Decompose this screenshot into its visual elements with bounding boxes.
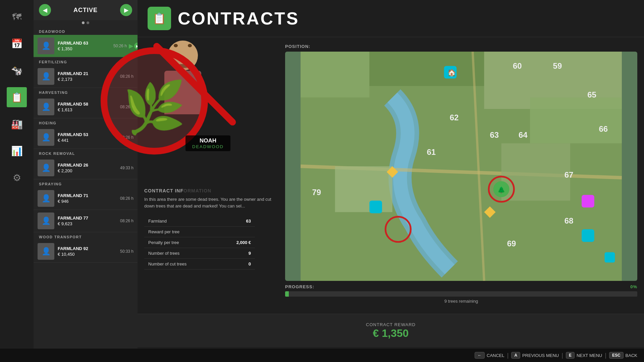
sidebar-item-factory[interactable]: 🏭 — [7, 114, 27, 134]
table-row: Reward per tree — [144, 227, 255, 237]
contract-reward: € 10,450 — [58, 252, 120, 257]
contract-item-farmland77[interactable]: 👤 FARMLAND 77 € 9,623 08:26 h — [34, 210, 138, 232]
person-name: NOAH — [192, 137, 224, 144]
detail-value: 63 — [219, 216, 255, 227]
contracts-header-icon: 📋 — [148, 7, 171, 30]
svg-text:68: 68 — [565, 216, 574, 225]
sidebar-item-stats[interactable]: 📊 — [7, 141, 27, 161]
dot-2 — [87, 21, 89, 24]
main-area: 📋 CONTRACTS — [138, 0, 644, 349]
avatar-farmland53: 👤 — [38, 129, 54, 146]
map-section: POSITION: — [278, 37, 644, 314]
map-svg: 59 60 61 62 63 64 65 66 67 68 69 79 🏠 — [285, 52, 637, 281]
detail-label: Number of trees — [144, 248, 219, 259]
svg-rect-7 — [501, 143, 570, 201]
svg-text:62: 62 — [450, 113, 459, 122]
dot-1 — [82, 21, 85, 24]
detail-table: Farmland 63 Reward per tree Penalty per … — [144, 216, 255, 269]
svg-text:69: 69 — [507, 239, 516, 248]
svg-text:60: 60 — [513, 61, 522, 70]
contract-time: 08:26 h — [120, 196, 133, 201]
table-row: Number of cut trees 0 — [144, 259, 255, 269]
progress-text: PROGRESS: — [285, 284, 314, 289]
avatar-farmland92: 👤 — [38, 243, 54, 260]
separator: | — [561, 352, 563, 359]
sidebar-item-contracts[interactable]: 📋 — [7, 87, 27, 107]
section-spraying: SPRAYING — [34, 179, 138, 187]
svg-text:🏠: 🏠 — [447, 68, 456, 77]
section-wood-transport: WOOD TRANSPORT — [34, 232, 138, 240]
svg-text:🌲: 🌲 — [497, 186, 505, 194]
section-deadwood: DEADWOOD — [34, 27, 138, 35]
position-label: POSITION: — [285, 44, 637, 49]
progress-section: PROGRESS: 0% 9 trees remaining — [285, 281, 637, 307]
next-menu-badge[interactable]: E — [566, 352, 575, 359]
prev-menu-key: A PREVIOUS MENU — [511, 352, 559, 359]
avatar-farmland58: 👤 — [38, 99, 54, 115]
sidebar-item-animals[interactable]: 🐄 — [7, 60, 27, 80]
contract-name: FARMLAND 71 — [58, 193, 120, 198]
map-container: 59 60 61 62 63 64 65 66 67 68 69 79 🏠 — [285, 52, 637, 281]
detail-label: Farmland — [144, 216, 219, 227]
panel-header: ◀ ACTIVE ▶ — [34, 0, 138, 20]
sidebar-item-calendar[interactable]: 📅 — [7, 34, 27, 54]
info-header-label: CONTRACT INFORMATION — [144, 188, 272, 193]
progress-label: PROGRESS: 0% — [285, 284, 637, 289]
svg-text:63: 63 — [490, 130, 499, 139]
table-row: Penalty per tree 2,000 € — [144, 237, 255, 248]
person-subtitle: DEADWOOD — [192, 144, 224, 149]
nav-right-button[interactable]: ▶ — [120, 4, 132, 16]
avatar-farmland26: 👤 — [38, 160, 54, 176]
contracts-header: 📋 CONTRACTS — [138, 0, 644, 37]
reward-amount: € 1,350 — [373, 327, 409, 340]
info-text: In this area there are some dead trees. … — [144, 196, 272, 209]
svg-text:66: 66 — [599, 124, 608, 133]
detail-value — [219, 227, 255, 237]
svg-rect-5 — [530, 98, 622, 143]
progress-remaining-text: 9 trees remaining — [285, 299, 637, 304]
svg-rect-2 — [369, 52, 484, 86]
separator: | — [605, 352, 606, 359]
panel-title: ACTIVE — [73, 7, 98, 14]
next-menu-label: NEXT MENU — [577, 353, 602, 358]
table-row: Farmland 63 — [144, 216, 255, 227]
contract-item-farmland26[interactable]: 👤 FARMLAND 26 € 2,200 49:33 h — [34, 157, 138, 179]
nav-left-button[interactable]: ◀ — [39, 4, 51, 16]
svg-rect-29 — [582, 195, 594, 208]
detail-value: 0 — [219, 259, 255, 269]
contract-reward: € 9,623 — [58, 221, 120, 226]
contract-time: 50:33 h — [120, 249, 133, 254]
detail-label: Penalty per tree — [144, 237, 219, 248]
svg-rect-1 — [301, 52, 369, 98]
cancel-key-badge[interactable]: ← — [475, 352, 485, 359]
progress-percent: 0% — [630, 284, 637, 289]
svg-rect-22 — [369, 201, 382, 214]
avatar-farmland21: 👤 — [38, 68, 54, 85]
avatar-farmland63: 👤 — [38, 38, 54, 54]
page-dots — [34, 20, 138, 27]
prev-menu-badge[interactable]: A — [511, 352, 520, 359]
contract-info-farmland77: FARMLAND 77 € 9,623 — [58, 216, 120, 226]
contract-info-farmland92: FARMLAND 92 € 10,450 — [58, 246, 120, 257]
progress-bar-fill — [285, 291, 289, 297]
contract-reward: € 2,200 — [58, 168, 120, 173]
svg-text:67: 67 — [565, 170, 574, 179]
svg-text:65: 65 — [587, 90, 596, 99]
back-key: ESC BACK — [609, 352, 637, 359]
detail-label: Number of cut trees — [144, 259, 219, 269]
svg-text:79: 79 — [312, 188, 321, 197]
contract-item-farmland71[interactable]: 👤 FARMLAND 71 € 946 08:26 h — [34, 187, 138, 210]
detail-label: Reward per tree — [144, 227, 219, 237]
svg-text:64: 64 — [519, 130, 528, 139]
cancel-key-label: CANCEL — [487, 353, 504, 358]
sidebar-item-map[interactable]: 🗺 — [7, 7, 27, 27]
svg-rect-6 — [335, 166, 392, 212]
sidebar: 🗺 📅 🐄 📋 🏭 📊 ⚙ — [0, 0, 34, 349]
detail-value: 9 — [219, 248, 255, 259]
back-label: BACK — [626, 353, 637, 358]
contract-item-farmland92[interactable]: 👤 FARMLAND 92 € 10,450 50:33 h — [34, 240, 138, 263]
sidebar-item-settings[interactable]: ⚙ — [7, 168, 27, 188]
esc-badge[interactable]: ESC — [609, 352, 624, 359]
svg-text:59: 59 — [553, 61, 562, 70]
contract-reward: € 946 — [58, 199, 120, 204]
